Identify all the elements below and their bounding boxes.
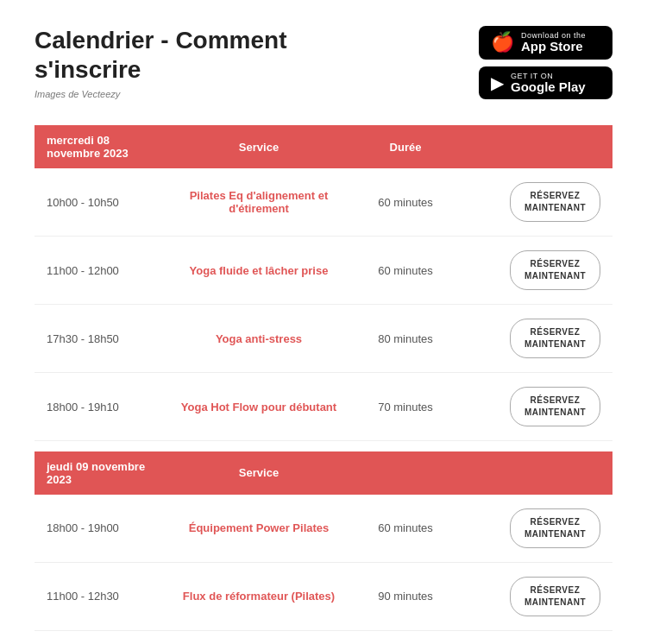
action-cell: RÉSERVEZMAINTENANT (457, 373, 612, 441)
action-cell: RÉSERVEZMAINTENANT (457, 630, 612, 644)
time-cell: 18h00 - 19h00 (35, 495, 164, 563)
googleplay-big-label: Google Play (511, 80, 586, 95)
time-cell: 11h00 - 12h30 (35, 562, 164, 630)
time-cell: 18h00 - 20h00 (35, 630, 164, 644)
duration-cell: 70 minutes (354, 373, 457, 441)
table-row: 11h00 - 12h30 Flux de réformateur (Pilat… (35, 562, 612, 630)
section-header-section-jeudi: jeudi 09 novembre 2023 Service (35, 451, 612, 495)
table-row: 18h00 - 19h10 Yoga Hot Flow pour débutan… (35, 373, 612, 441)
time-cell: 11h00 - 12h00 (35, 237, 164, 305)
page-title-block: Calendrier - Comment s'inscrire Images d… (35, 26, 287, 99)
table-row: 10h00 - 10h50 Pilates Eq d'alignement et… (35, 168, 612, 237)
section-service-col: Service (164, 125, 354, 168)
app-store-badges: 🍎 Download on the App Store ▶ GET IT ON … (479, 26, 612, 99)
table-row: 17h30 - 18h50 Yoga anti-stress 80 minute… (35, 305, 612, 373)
service-cell: Yin / Yoga réparateur (164, 630, 354, 644)
service-cell: Yoga Hot Flow pour débutant (164, 373, 354, 441)
appstore-big-label: App Store (521, 40, 586, 54)
service-cell: Pilates Eq d'alignement et d'étirement (164, 168, 354, 237)
section-header-section-mercredi: mercredi 08 novembre 2023 Service Durée (35, 125, 612, 168)
reserve-button[interactable]: RÉSERVEZMAINTENANT (510, 182, 600, 222)
googleplay-badge[interactable]: ▶ GET IT ON Google Play (479, 66, 612, 100)
reserve-button[interactable]: RÉSERVEZMAINTENANT (510, 250, 600, 290)
table-row: 11h00 - 12h00 Yoga fluide et lâcher pris… (35, 237, 612, 305)
page-title: Calendrier - Comment s'inscrire (35, 26, 287, 84)
duration-cell: 80 minutes (354, 305, 457, 373)
duration-cell: 60 minutes (354, 168, 457, 237)
duration-cell: 60 minutes (354, 237, 457, 305)
section-date-label: mercredi 08 novembre 2023 (35, 125, 164, 168)
section-service-col: Service (164, 451, 354, 495)
calendar-table: mercredi 08 novembre 2023 Service Durée … (35, 125, 612, 644)
duration-cell: 120 minutes (354, 630, 457, 644)
service-cell: Équipement Power Pilates (164, 495, 354, 563)
action-cell: RÉSERVEZMAINTENANT (457, 237, 612, 305)
section-duree-col: Durée (354, 125, 457, 168)
reserve-button[interactable]: RÉSERVEZMAINTENANT (510, 387, 600, 426)
googleplay-small-label: GET IT ON (511, 72, 586, 80)
time-cell: 17h30 - 18h50 (35, 305, 164, 373)
duration-cell: 60 minutes (354, 495, 457, 563)
reserve-button[interactable]: RÉSERVEZMAINTENANT (510, 319, 600, 358)
time-cell: 18h00 - 19h10 (35, 373, 164, 441)
section-duree-col (354, 451, 457, 495)
action-cell: RÉSERVEZMAINTENANT (457, 495, 612, 563)
apple-icon: 🍎 (491, 31, 514, 54)
action-cell: RÉSERVEZMAINTENANT (457, 168, 612, 237)
image-credit: Images de Vecteezy (35, 89, 287, 99)
duration-cell: 90 minutes (354, 562, 457, 630)
reserve-button[interactable]: RÉSERVEZMAINTENANT (510, 508, 600, 548)
action-cell: RÉSERVEZMAINTENANT (457, 305, 612, 373)
page-header: Calendrier - Comment s'inscrire Images d… (35, 26, 612, 99)
section-date-label: jeudi 09 novembre 2023 (35, 451, 164, 495)
google-play-icon: ▶ (491, 73, 504, 93)
reserve-button[interactable]: RÉSERVEZMAINTENANT (510, 577, 600, 616)
action-cell: RÉSERVEZMAINTENANT (457, 562, 612, 630)
service-cell: Yoga fluide et lâcher prise (164, 237, 354, 305)
table-row: 18h00 - 19h00 Équipement Power Pilates 6… (35, 495, 612, 563)
appstore-badge[interactable]: 🍎 Download on the App Store (479, 26, 612, 60)
service-cell: Flux de réformateur (Pilates) (164, 562, 354, 630)
table-row: 18h00 - 20h00 Yin / Yoga réparateur 120 … (35, 630, 612, 644)
time-cell: 10h00 - 10h50 (35, 168, 164, 237)
service-cell: Yoga anti-stress (164, 305, 354, 373)
